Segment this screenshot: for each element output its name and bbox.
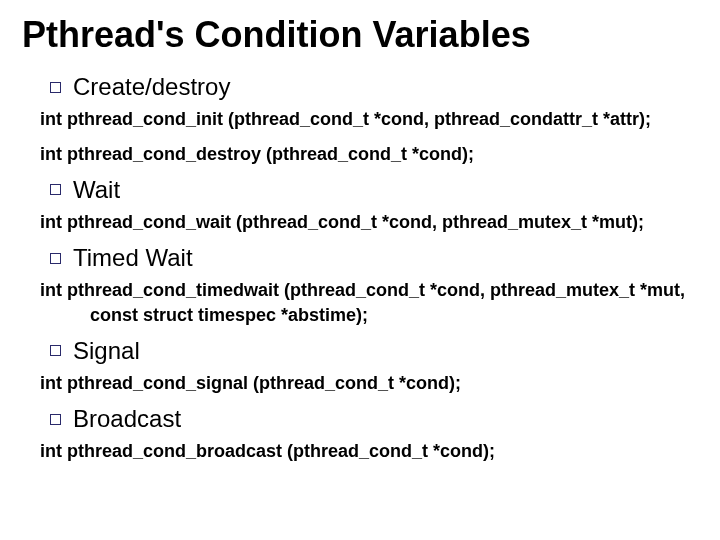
bullet-icon [50,184,61,195]
section-label: Create/destroy [73,73,230,101]
section-timed-wait: Timed Wait [50,244,698,272]
section-create-destroy: Create/destroy [50,73,698,101]
code-text: int pthread_cond_timedwait (pthread_cond… [40,280,685,300]
slide: Pthread's Condition Variables Create/des… [0,0,720,540]
bullet-icon [50,345,61,356]
section-signal: Signal [50,337,698,365]
bullet-icon [50,82,61,93]
bullet-icon [50,253,61,264]
section-broadcast: Broadcast [50,405,698,433]
code-line: int pthread_cond_wait (pthread_cond_t *c… [40,210,698,234]
section-label: Broadcast [73,405,181,433]
code-line: int pthread_cond_signal (pthread_cond_t … [40,371,698,395]
slide-title: Pthread's Condition Variables [22,14,698,55]
section-wait: Wait [50,176,698,204]
code-text-continuation: const struct timespec *abstime); [40,303,698,327]
bullet-icon [50,414,61,425]
section-label: Timed Wait [73,244,193,272]
code-line: int pthread_cond_broadcast (pthread_cond… [40,439,698,463]
code-line: int pthread_cond_init (pthread_cond_t *c… [40,107,698,131]
code-line: int pthread_cond_timedwait (pthread_cond… [40,278,698,327]
section-label: Wait [73,176,120,204]
section-label: Signal [73,337,140,365]
code-line: int pthread_cond_destroy (pthread_cond_t… [40,142,698,166]
